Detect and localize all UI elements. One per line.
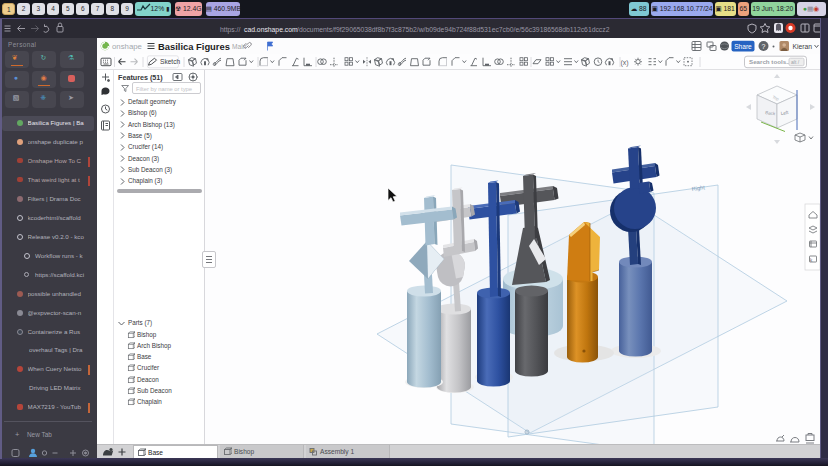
svg-text:Sketch: Sketch xyxy=(160,58,180,65)
svg-text:Main: Main xyxy=(232,43,247,50)
svg-text:Basilica Figures: Basilica Figures xyxy=(158,41,230,52)
svg-text:alt /: alt / xyxy=(791,59,800,65)
svg-text:Search tools...: Search tools... xyxy=(749,58,792,65)
svg-text:/documents/f9f29065038df8b7f3c: /documents/f9f29065038df8b7f3c875b2/w/b0… xyxy=(297,26,610,33)
svg-text:Share: Share xyxy=(734,43,752,50)
svg-text:onshape: onshape xyxy=(112,42,142,51)
svg-text:?: ? xyxy=(762,43,766,50)
svg-text:cad.onshape.com: cad.onshape.com xyxy=(244,26,298,34)
svg-text:https://: https:// xyxy=(220,26,241,34)
svg-text:Kieran: Kieran xyxy=(793,43,813,50)
